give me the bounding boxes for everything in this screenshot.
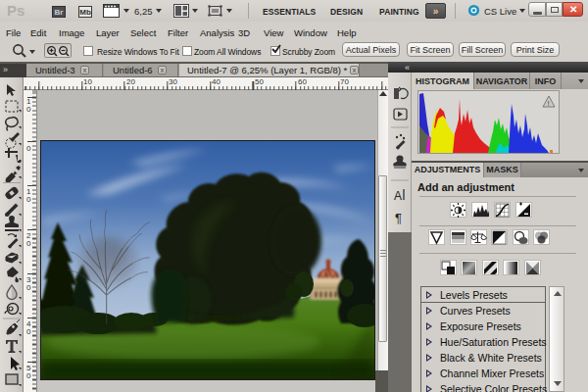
svg-text:A: A	[394, 189, 402, 203]
svg-text:!: !	[548, 99, 550, 108]
svg-text:¶: ¶	[395, 211, 402, 225]
